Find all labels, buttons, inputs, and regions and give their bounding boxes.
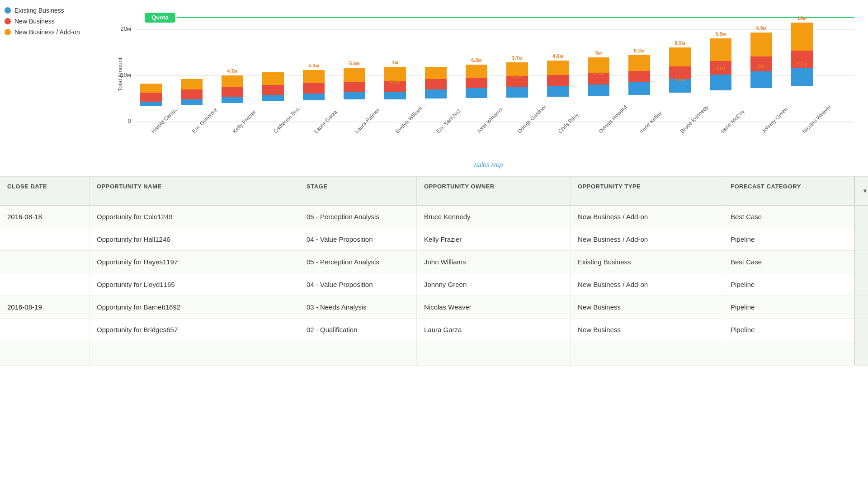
td-opp-name: Opportunity for Hayes1197 xyxy=(90,251,299,273)
td-owner: Bruce Kennedy xyxy=(417,206,571,228)
td-scroll xyxy=(854,251,868,273)
svg-text:Nicolas Weaver: Nicolas Weaver xyxy=(801,103,832,135)
td-opp-name: Opportunity for Bridges657 xyxy=(90,319,299,341)
th-forecast[interactable]: FORECAST CATEGORY xyxy=(723,177,854,205)
td-stage: 04 - Value Proposition xyxy=(299,228,417,250)
legend-item-addon: New Business / Add-on xyxy=(5,28,80,36)
svg-rect-80 xyxy=(710,75,731,90)
table-row: Opportunity for Hall1246 04 - Value Prop… xyxy=(0,228,868,251)
td-stage: 05 - Perception Analysis xyxy=(299,251,417,273)
td-stage: 04 - Value Proposition xyxy=(299,273,417,296)
svg-text:6.2м: 6.2м xyxy=(471,57,481,63)
chart-legend: Existing Business New Business New Busin… xyxy=(5,7,80,36)
td-close-date xyxy=(0,228,90,250)
td-type: New Business xyxy=(571,319,723,341)
legend-label-existing: Existing Business xyxy=(14,7,64,14)
td-opp-name: Opportunity for Cole1249 xyxy=(90,206,299,228)
legend-dot-new xyxy=(5,18,11,24)
td-scroll xyxy=(854,228,868,250)
svg-rect-58 xyxy=(547,86,569,97)
td-forecast: Pipeline xyxy=(723,228,854,250)
svg-text:0: 0 xyxy=(128,117,131,124)
svg-rect-18 xyxy=(222,97,243,103)
legend-dot-addon xyxy=(5,29,11,35)
svg-text:Chris Riley: Chris Riley xyxy=(557,112,580,135)
svg-text:Evelyn William...: Evelyn William... xyxy=(394,102,427,135)
legend-label-new: New Business xyxy=(14,18,55,25)
svg-text:5.2м: 5.2м xyxy=(797,61,807,66)
td-type: New Business / Add-on xyxy=(571,228,723,250)
td-opp-name: Opportunity for Lloyd1165 xyxy=(90,273,299,296)
svg-rect-52 xyxy=(506,87,528,98)
td-stage xyxy=(299,341,417,366)
svg-text:Bruce Kennedy: Bruce Kennedy xyxy=(679,104,710,135)
td-close-date xyxy=(0,251,90,273)
td-owner: Laura Garza xyxy=(417,319,571,341)
svg-rect-69 xyxy=(628,82,650,95)
svg-text:5м: 5м xyxy=(595,50,602,56)
svg-rect-10 xyxy=(140,102,162,106)
svg-text:4м: 4м xyxy=(392,60,398,65)
svg-rect-33 xyxy=(344,82,365,92)
th-type[interactable]: OPPORTUNITY TYPE xyxy=(571,177,723,205)
td-stage: 02 - Qualification xyxy=(299,319,417,341)
svg-rect-19 xyxy=(222,87,243,97)
th-owner[interactable]: OPPORTUNITY OWNER xyxy=(417,177,571,205)
td-forecast: Pipeline xyxy=(723,273,854,296)
svg-text:4.9м: 4.9м xyxy=(756,25,766,31)
td-scroll xyxy=(854,319,868,341)
table-row: Opportunity for Hayes1197 05 - Perceptio… xyxy=(0,251,868,273)
td-opp-name: Opportunity for Hall1246 xyxy=(90,228,299,250)
svg-rect-60 xyxy=(547,61,569,75)
td-close-date xyxy=(0,319,90,341)
svg-text:4.4м: 4.4м xyxy=(593,70,604,76)
legend-dot-existing xyxy=(5,7,11,14)
td-type: New Business xyxy=(571,296,723,318)
th-stage[interactable]: STAGE xyxy=(299,177,417,205)
td-opp-name xyxy=(90,341,299,366)
svg-text:Total Amount: Total Amount xyxy=(118,57,123,92)
svg-text:6.2м: 6.2м xyxy=(634,48,644,53)
td-owner xyxy=(417,341,571,366)
svg-rect-92 xyxy=(791,68,813,86)
svg-text:3.7м: 3.7м xyxy=(512,55,522,61)
th-close-date[interactable]: CLOSE DATE xyxy=(0,177,90,205)
td-owner: Nicolas Weaver xyxy=(417,296,571,318)
svg-rect-49 xyxy=(466,65,487,78)
svg-text:5.3м: 5.3м xyxy=(308,63,319,68)
td-type xyxy=(571,341,723,366)
svg-rect-71 xyxy=(628,55,650,71)
svg-rect-76 xyxy=(669,47,691,66)
svg-text:Doroth Gardner: Doroth Gardner xyxy=(516,103,547,135)
svg-rect-88 xyxy=(750,33,772,56)
svg-text:Laura Palmer: Laura Palmer xyxy=(354,107,381,135)
svg-rect-20 xyxy=(222,75,243,87)
table-row: 2016-08-19 Opportunity for Barnett1692 0… xyxy=(0,296,868,319)
table-body: 2016-08-18 Opportunity for Cole1249 05 -… xyxy=(0,206,868,366)
svg-text:5.5м: 5.5м xyxy=(715,31,726,37)
svg-text:Harold Camp...: Harold Camp... xyxy=(150,104,180,135)
table-row: Opportunity for Bridges657 02 - Qualific… xyxy=(0,319,868,341)
svg-rect-47 xyxy=(466,88,487,98)
td-close-date: 2016-08-18 xyxy=(0,206,90,228)
svg-text:20м: 20м xyxy=(121,25,131,32)
td-forecast: Best Case xyxy=(723,251,854,273)
svg-rect-32 xyxy=(344,92,365,99)
table-row xyxy=(0,341,868,366)
svg-rect-15 xyxy=(181,89,203,99)
svg-rect-24 xyxy=(262,85,284,95)
td-type: New Business / Add-on xyxy=(571,273,723,296)
svg-text:3.9м: 3.9м xyxy=(390,79,400,84)
td-forecast: Pipeline xyxy=(723,319,854,341)
svg-text:16м: 16м xyxy=(797,15,807,21)
svg-text:Sales Rep: Sales Rep xyxy=(474,161,503,169)
table-area: CLOSE DATE OPPORTUNITY NAME STAGE OPPORT… xyxy=(0,176,868,366)
th-opp-name[interactable]: OPPORTUNITY NAME xyxy=(90,177,299,205)
svg-rect-94 xyxy=(791,23,813,51)
svg-text:Eric Gutierrez: Eric Gutierrez xyxy=(191,107,219,135)
svg-text:5.6м: 5.6м xyxy=(349,61,359,66)
svg-text:John Williams: John Williams xyxy=(476,107,504,135)
svg-rect-29 xyxy=(303,70,325,83)
table-row: 2016-08-18 Opportunity for Cole1249 05 -… xyxy=(0,206,868,228)
svg-rect-34 xyxy=(344,68,365,82)
